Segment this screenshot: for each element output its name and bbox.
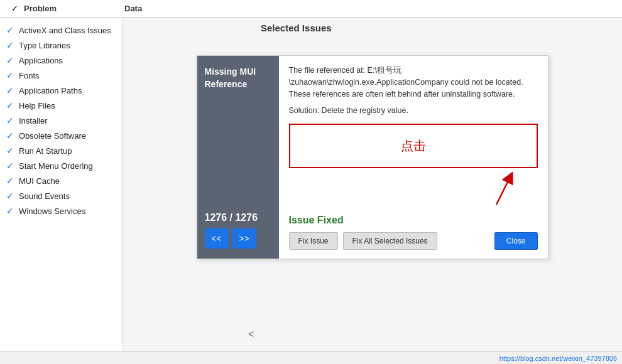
prev-button[interactable]: <<: [205, 228, 229, 249]
main-area: ✓ ActiveX and Class Issues ✓ Type Librar…: [0, 18, 622, 351]
sidebar-item-winservices[interactable]: ✓ Windows Services: [0, 203, 122, 218]
check-typelibs: ✓: [5, 40, 15, 50]
check-icon: ✓: [11, 4, 18, 13]
sidebar-label-muicache: MUI Cache: [19, 176, 60, 186]
sidebar-item-apppaths[interactable]: ✓ Application Paths: [0, 83, 122, 98]
sidebar: ✓ ActiveX and Class Issues ✓ Type Librar…: [0, 18, 123, 351]
sidebar-item-applications[interactable]: ✓ Applications: [0, 53, 122, 68]
dialog-counter: 1276 / 1276: [205, 212, 271, 223]
dialog-solution: Solution: Delete the registry value.: [289, 106, 538, 115]
dialog-footer: Fix Issue Fix All Selected Issues Close: [289, 232, 538, 250]
sidebar-label-activex: ActiveX and Class Issues: [19, 26, 111, 35]
sidebar-item-soundevents[interactable]: ✓ Sound Events: [0, 188, 122, 203]
fix-all-button[interactable]: Fix All Selected Issues: [343, 232, 437, 250]
sidebar-item-typelibs[interactable]: ✓ Type Libraries: [0, 38, 122, 53]
dialog-left-panel: Missing MUI Reference 1276 / 1276 << >>: [197, 56, 279, 259]
problem-column-header: Problem: [24, 4, 124, 13]
arrow-container: [289, 177, 538, 208]
sidebar-item-installer[interactable]: ✓ Installer: [0, 113, 122, 128]
sidebar-item-muicache[interactable]: ✓ MUI Cache: [0, 173, 122, 188]
close-button[interactable]: Close: [494, 232, 538, 250]
check-muicache: ✓: [5, 176, 15, 186]
sidebar-item-runatstartup[interactable]: ✓ Run At Startup: [0, 143, 122, 158]
sidebar-label-apppaths: Application Paths: [19, 86, 82, 95]
check-helpfiles: ✓: [5, 100, 15, 110]
sidebar-item-startmenu[interactable]: ✓ Start Menu Ordering: [0, 158, 122, 173]
check-activex: ✓: [5, 25, 15, 35]
dialog-description: The file referenced at: E:\租号玩\zuhaowan\…: [289, 65, 538, 100]
next-button[interactable]: >>: [232, 228, 256, 249]
dialog-right-panel: The file referenced at: E:\租号玩\zuhaowan\…: [279, 56, 548, 259]
sidebar-label-applications: Applications: [19, 56, 63, 65]
status-bar: https://blog.csdn.net/weixin_47397806: [0, 351, 622, 364]
issue-fixed-label: Issue Fixed: [289, 215, 538, 226]
sidebar-label-installer: Installer: [19, 116, 48, 126]
sidebar-label-winservices: Windows Services: [19, 206, 85, 216]
sidebar-item-helpfiles[interactable]: ✓ Help Files: [0, 98, 122, 113]
svg-line-1: [496, 177, 510, 205]
status-url: https://blog.csdn.net/weixin_47397806: [499, 355, 617, 362]
nav-buttons: << >>: [205, 228, 271, 249]
sidebar-label-fonts: Fonts: [19, 71, 40, 80]
annotation-arrow: [477, 172, 515, 206]
content-area: Selected Issues Missing MUI Reference 12…: [123, 18, 622, 351]
fix-issue-button[interactable]: Fix Issue: [289, 232, 338, 250]
check-apppaths: ✓: [5, 85, 15, 95]
check-column-header: ✓: [5, 4, 24, 13]
check-installer: ✓: [5, 115, 15, 126]
check-winservices: ✓: [5, 206, 15, 216]
sidebar-item-fonts[interactable]: ✓ Fonts: [0, 68, 122, 83]
scroll-hint: <: [248, 329, 254, 340]
check-applications: ✓: [5, 55, 15, 65]
sidebar-label-helpfiles: Help Files: [19, 101, 55, 110]
click-text: 点击: [401, 139, 426, 153]
selected-issues-label: Selected Issues: [261, 23, 332, 33]
check-startmenu: ✓: [5, 161, 15, 171]
dialog-title: Missing MUI Reference: [205, 66, 271, 90]
sidebar-label-obsolete: Obsolete Software: [19, 131, 86, 141]
sidebar-label-typelibs: Type Libraries: [19, 41, 70, 50]
sidebar-item-obsolete[interactable]: ✓ Obsolete Software: [0, 128, 122, 143]
sidebar-item-activex[interactable]: ✓ ActiveX and Class Issues: [0, 23, 122, 38]
check-fonts: ✓: [5, 70, 15, 80]
dialog-panel: Missing MUI Reference 1276 / 1276 << >> …: [197, 55, 548, 259]
sidebar-label-runatstartup: Run At Startup: [19, 146, 72, 156]
check-soundevents: ✓: [5, 191, 15, 201]
click-box[interactable]: 点击: [289, 124, 538, 168]
data-column-header: Data: [124, 4, 617, 13]
check-runatstartup: ✓: [5, 146, 15, 156]
sidebar-label-soundevents: Sound Events: [19, 191, 70, 201]
sidebar-label-startmenu: Start Menu Ordering: [19, 161, 93, 171]
check-obsolete: ✓: [5, 131, 15, 141]
top-row: ✓ Problem Data: [0, 0, 622, 18]
